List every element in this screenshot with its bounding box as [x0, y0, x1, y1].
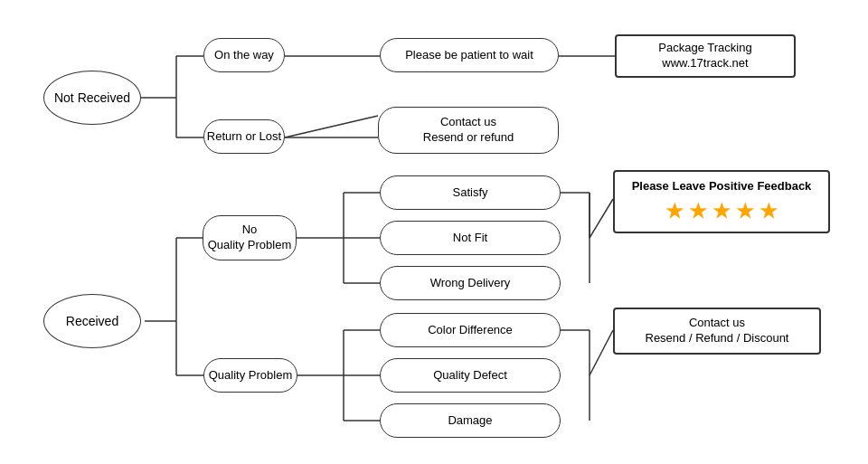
svg-line-25: [590, 199, 613, 238]
feedback-label: Please Leave Positive Feedback: [632, 178, 812, 194]
wrong-delivery-node: Wrong Delivery: [380, 266, 561, 300]
star-rating: ★ ★ ★ ★ ★: [665, 198, 778, 226]
diagram: Not Received On the way Return or Lost P…: [0, 0, 868, 464]
not-received-node: Not Received: [43, 71, 141, 125]
svg-line-28: [590, 330, 613, 375]
svg-line-6: [285, 116, 378, 137]
no-quality-problem-node: NoQuality Problem: [203, 215, 297, 260]
satisfy-node: Satisfy: [380, 175, 561, 210]
quality-problem-node: Quality Problem: [203, 358, 297, 393]
contact-resend-node: Contact usResend or refund: [378, 107, 559, 154]
received-node: Received: [43, 294, 141, 348]
on-the-way-node: On the way: [203, 38, 285, 72]
not-fit-node: Not Fit: [380, 221, 561, 255]
return-or-lost-node: Return or Lost: [203, 119, 285, 154]
feedback-box: Please Leave Positive Feedback ★ ★ ★ ★ ★: [613, 170, 830, 233]
color-difference-node: Color Difference: [380, 313, 561, 347]
damage-node: Damage: [380, 403, 561, 438]
package-tracking-node: Package Trackingwww.17track.net: [615, 34, 796, 78]
contact-refund-node: Contact usResend / Refund / Discount: [613, 308, 821, 355]
quality-defect-node: Quality Defect: [380, 358, 561, 393]
patient-wait-node: Please be patient to wait: [380, 38, 559, 72]
